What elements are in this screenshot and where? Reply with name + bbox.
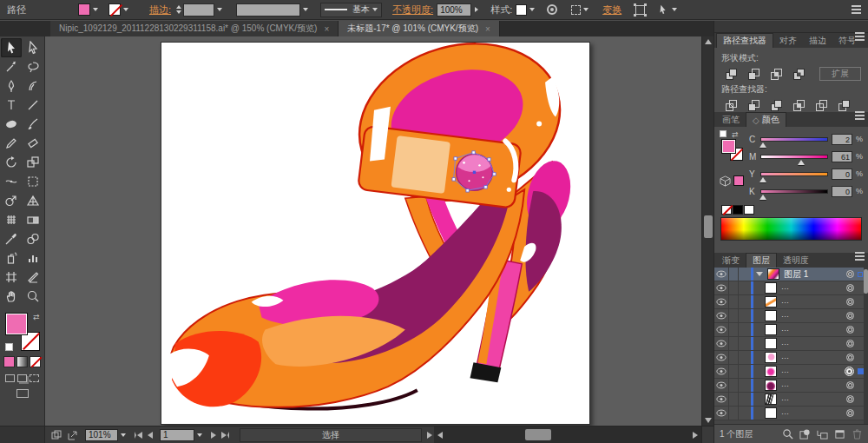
visibility-toggle[interactable] (714, 365, 729, 378)
black-swatch[interactable] (733, 205, 743, 215)
artwork-shoe[interactable] (161, 43, 589, 424)
zoom-tool[interactable] (23, 287, 43, 306)
layer-row-path[interactable]: ··· (714, 295, 868, 309)
layer-row-path[interactable]: ··· (714, 407, 868, 420)
layer-name[interactable]: ··· (781, 284, 846, 293)
recolor-artwork-icon[interactable] (547, 4, 557, 15)
artboard-tool[interactable] (1, 268, 22, 287)
status-display[interactable]: 选择 (240, 428, 422, 442)
visibility-toggle[interactable] (714, 295, 729, 308)
column-graph-tool[interactable] (23, 248, 43, 268)
opacity-link[interactable]: 不透明度: (392, 3, 433, 17)
previous-artboard-icon[interactable] (148, 432, 153, 439)
lock-column[interactable] (729, 365, 739, 378)
control-panel-menu-icon[interactable] (852, 5, 861, 7)
layer-name[interactable]: ··· (781, 395, 846, 404)
scroll-right-icon[interactable] (693, 432, 698, 439)
stroke-weight-stepper[interactable] (176, 5, 181, 14)
status-flyout-icon[interactable] (427, 432, 432, 439)
fill-color-swatch[interactable] (78, 3, 90, 16)
white-swatch[interactable] (744, 205, 754, 215)
layer-name[interactable]: ··· (781, 367, 845, 376)
panel-menu-icon[interactable] (855, 252, 865, 254)
target-icon[interactable] (846, 270, 854, 278)
visibility-toggle[interactable] (714, 268, 729, 281)
type-tool[interactable] (1, 96, 22, 115)
layers-scroll-thumb[interactable] (864, 269, 868, 294)
panel-fill-swatch[interactable] (721, 139, 736, 154)
horizontal-scrollbar[interactable] (434, 426, 701, 443)
symbol-sprayer-tool[interactable] (1, 248, 22, 268)
screen-mode-icon[interactable] (16, 389, 29, 398)
ellipse-tool[interactable] (1, 115, 22, 134)
trim-button[interactable] (744, 97, 763, 113)
layer-thumbnail-magenta-shape[interactable] (765, 366, 777, 377)
eye-icon[interactable] (716, 312, 727, 320)
slider-thumb[interactable] (760, 195, 766, 200)
eye-icon[interactable] (716, 270, 727, 278)
c-value-field[interactable]: 2 (832, 134, 852, 145)
curvature-tool[interactable] (23, 76, 43, 96)
layers-scrollbar[interactable] (864, 268, 868, 424)
layer-name[interactable]: ··· (781, 354, 846, 362)
target-icon[interactable] (845, 367, 854, 376)
eye-icon[interactable] (716, 409, 727, 417)
visibility-toggle[interactable] (714, 351, 729, 364)
perspective-grid-tool[interactable] (23, 191, 43, 210)
m-value-field[interactable]: 61 (832, 151, 852, 162)
visibility-toggle[interactable] (714, 379, 729, 392)
last-artboard-icon[interactable] (221, 432, 229, 439)
scroll-left-icon[interactable] (437, 432, 443, 439)
default-fill-stroke-icon[interactable] (5, 343, 13, 351)
tab-stroke[interactable]: 描边 (803, 33, 832, 48)
gradient-button[interactable] (16, 356, 28, 367)
document-tab[interactable]: Nipic_1092129_20111228130229311158.ai* @… (50, 21, 339, 36)
layer-name[interactable]: ··· (781, 409, 846, 418)
layer-row-path[interactable]: ··· (714, 281, 868, 295)
target-icon[interactable] (846, 409, 854, 417)
locate-object-icon[interactable] (782, 428, 793, 440)
lasso-tool[interactable] (23, 57, 43, 76)
tab-color[interactable]: ◇颜色 (746, 112, 786, 127)
close-icon[interactable]: × (324, 24, 329, 34)
draw-inside-icon[interactable] (30, 374, 39, 382)
next-artboard-icon[interactable] (211, 432, 216, 439)
width-tool[interactable] (1, 172, 22, 191)
eye-icon[interactable] (716, 298, 727, 306)
layer-thumbnail-dark-glyph[interactable] (765, 393, 777, 405)
vertical-scroll-thumb[interactable] (704, 215, 713, 238)
align-dropdown-icon[interactable] (583, 8, 589, 11)
selection-tool[interactable] (1, 38, 22, 57)
color-spectrum-bar[interactable] (720, 217, 862, 241)
bounding-box-icon[interactable] (635, 5, 645, 15)
artboard[interactable] (161, 42, 590, 425)
isolate-selection-icon[interactable] (657, 3, 669, 16)
m-slider[interactable] (760, 155, 828, 159)
tab-brushes[interactable]: 画笔 (716, 112, 746, 127)
color-button[interactable] (3, 356, 15, 367)
share-screen-icon[interactable] (68, 430, 78, 440)
free-transform-tool[interactable] (23, 172, 43, 191)
scroll-down-icon[interactable] (705, 418, 712, 423)
exclude-button[interactable] (789, 66, 808, 82)
arrange-documents-icon[interactable] (51, 430, 62, 440)
tab-align[interactable]: 对齐 (773, 33, 803, 48)
layer-thumbnail-white[interactable] (765, 338, 777, 349)
target-icon[interactable] (846, 340, 854, 347)
eraser-tool[interactable] (23, 134, 43, 153)
lock-column[interactable] (729, 268, 739, 281)
magic-wand-tool[interactable] (1, 57, 22, 76)
new-sublayer-icon[interactable] (817, 428, 828, 440)
close-icon[interactable]: × (485, 24, 490, 34)
layer-name[interactable]: ··· (781, 381, 846, 390)
eyedropper-tool[interactable] (1, 229, 22, 248)
layer-row-path[interactable]: ··· (714, 365, 868, 379)
slider-thumb[interactable] (798, 160, 805, 165)
brush-definition-dropdown[interactable]: 基本 (320, 3, 382, 17)
crop-button[interactable] (789, 97, 808, 113)
line-segment-tool[interactable] (23, 96, 43, 115)
target-icon[interactable] (846, 326, 854, 334)
vertical-scrollbar[interactable] (701, 36, 713, 426)
layer-thumbnail-white[interactable] (765, 282, 777, 294)
blend-tool[interactable] (23, 229, 43, 248)
